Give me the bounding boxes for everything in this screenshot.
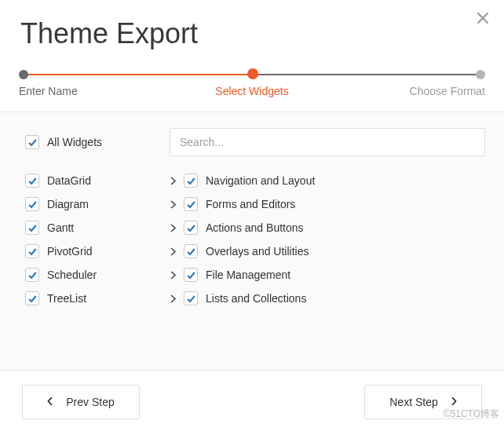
chevron-right-icon[interactable] <box>170 200 176 209</box>
group-row: Navigation and Layout <box>170 169 485 192</box>
checkbox-overlays-and-utilities[interactable] <box>184 244 198 258</box>
checkbox-forms-and-editors[interactable] <box>184 197 198 211</box>
right-column: Navigation and Layout Forms and Editors … <box>170 128 485 310</box>
theme-export-dialog: Theme Export Enter Name Select Widgets C… <box>0 0 504 424</box>
list-item: Gantt <box>25 216 151 239</box>
prev-step-button[interactable]: Prev Step <box>22 385 140 419</box>
chevron-right-icon[interactable] <box>170 247 176 256</box>
step-track-done <box>21 74 252 75</box>
group-label: File Management <box>206 269 290 281</box>
all-widgets-label: All Widgets <box>47 136 102 148</box>
next-step-label: Next Step <box>389 396 437 408</box>
stepper: Enter Name Select Widgets Choose Format <box>19 68 485 105</box>
group-label: Navigation and Layout <box>206 174 315 187</box>
widget-label: Gantt <box>47 221 74 234</box>
left-column: All Widgets DataGrid Diagram Gantt Pivot… <box>25 128 151 310</box>
group-row: Forms and Editors <box>170 192 485 216</box>
checkbox-scheduler[interactable] <box>25 268 39 282</box>
step-node-choose-format[interactable] <box>476 70 485 79</box>
search-wrap <box>170 128 485 156</box>
widget-label: DataGrid <box>47 174 91 187</box>
group-label: Lists and Collections <box>206 292 306 305</box>
group-row: Overlays and Utilities <box>170 239 485 263</box>
chevron-right-icon[interactable] <box>170 177 176 185</box>
group-label: Forms and Editors <box>206 198 295 210</box>
step-node-enter-name[interactable] <box>19 70 28 79</box>
close-icon[interactable] <box>476 11 490 25</box>
checkbox-treelist[interactable] <box>25 291 39 305</box>
checkbox-navigation-and-layout[interactable] <box>184 174 198 188</box>
checkbox-lists-and-collections[interactable] <box>184 291 198 305</box>
search-input[interactable] <box>170 128 485 156</box>
checkbox-file-management[interactable] <box>184 268 198 282</box>
checkbox-all-widgets[interactable] <box>25 135 39 149</box>
step-label-select-widgets[interactable]: Select Widgets <box>215 85 288 97</box>
group-label: Overlays and Utilities <box>206 245 309 258</box>
dialog-title: Theme Export <box>0 0 504 68</box>
prev-step-label: Prev Step <box>66 396 114 408</box>
chevron-left-icon <box>47 396 53 408</box>
step-node-select-widgets[interactable] <box>247 68 258 79</box>
widget-label: TreeList <box>47 292 86 305</box>
list-item: Scheduler <box>25 263 151 287</box>
chevron-right-icon <box>451 396 457 408</box>
checkbox-actions-and-buttons[interactable] <box>184 221 198 235</box>
list-item: TreeList <box>25 287 151 310</box>
group-row: File Management <box>170 263 485 287</box>
chevron-right-icon[interactable] <box>170 294 176 303</box>
list-item: DataGrid <box>25 169 151 192</box>
widget-label: PivotGrid <box>47 245 93 258</box>
list-item: PivotGrid <box>25 239 151 263</box>
group-row: Lists and Collections <box>170 287 485 310</box>
step-label-choose-format[interactable]: Choose Format <box>410 85 485 97</box>
list-item: Diagram <box>25 192 151 216</box>
footer: Prev Step Next Step <box>0 371 504 419</box>
all-widgets-row: All Widgets <box>25 128 151 156</box>
checkbox-diagram[interactable] <box>25 197 39 211</box>
group-label: Actions and Buttons <box>206 221 304 234</box>
body-panel: All Widgets DataGrid Diagram Gantt Pivot… <box>0 111 504 371</box>
checkbox-gantt[interactable] <box>25 221 39 235</box>
widget-label: Scheduler <box>47 269 97 281</box>
checkbox-pivotgrid[interactable] <box>25 244 39 258</box>
checkbox-datagrid[interactable] <box>25 174 39 188</box>
chevron-right-icon[interactable] <box>170 271 176 280</box>
next-step-button[interactable]: Next Step <box>364 385 482 419</box>
step-label-enter-name[interactable]: Enter Name <box>19 85 78 97</box>
chevron-right-icon[interactable] <box>170 224 176 232</box>
widget-label: Diagram <box>47 198 89 210</box>
group-row: Actions and Buttons <box>170 216 485 239</box>
